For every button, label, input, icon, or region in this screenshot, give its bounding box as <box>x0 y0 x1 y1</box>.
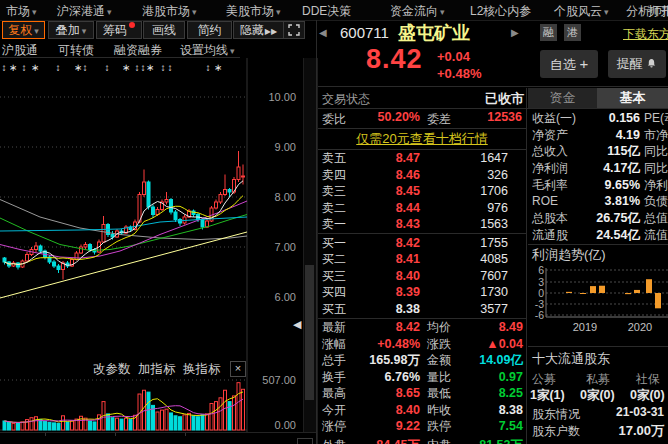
orderbook-volume: 326 <box>446 167 508 183</box>
candle-body <box>53 262 56 266</box>
candle-body <box>80 247 83 253</box>
event-marker-icon: ↕ <box>161 62 166 73</box>
toolbar-button-复权[interactable]: 复权▾ <box>2 21 45 39</box>
toolbar-button-隐藏[interactable]: 隐藏▶▶ <box>233 21 284 39</box>
indicator-button-1[interactable]: 改参数 <box>93 361 131 378</box>
volume-bar <box>215 402 218 430</box>
toolbar-button-简约[interactable]: 简约 <box>187 21 232 39</box>
panel-divider <box>316 20 317 444</box>
weicha-value: 12536 <box>462 110 522 124</box>
axis-tick <box>115 433 116 436</box>
stat-value: 81.53万 <box>466 437 523 444</box>
expand-button[interactable] <box>283 21 305 39</box>
double-arrow-icon: ▶▶ <box>265 27 277 36</box>
red-dot-icon <box>129 22 135 28</box>
close-icon: × <box>235 362 241 374</box>
bid-row-1: 买一8.421755 <box>318 235 526 252</box>
stat-label: 最新 <box>322 319 346 335</box>
orderbook-volume: 1730 <box>446 284 508 300</box>
menu-item-7[interactable]: L2核心内参 <box>470 3 531 20</box>
indicator-button-3[interactable]: 换指标 <box>183 361 221 378</box>
menu-item-4[interactable]: 美股市场▾ <box>226 3 281 20</box>
volume-bar <box>201 415 204 430</box>
stat-label: 今开 <box>322 402 346 418</box>
candle-body <box>39 246 42 251</box>
fundamental-label: ROE <box>532 193 558 209</box>
event-marker-icon: ↕ <box>168 62 173 73</box>
volume-bar <box>197 417 200 430</box>
profit-bar <box>590 286 596 293</box>
stat-label: 涨幅 <box>322 336 346 352</box>
expand-icon <box>288 24 300 36</box>
toolbar-button-label: 复权 <box>8 23 32 37</box>
stat-label: 金额 <box>427 352 451 368</box>
panel-divider <box>526 88 527 444</box>
prev-stock-arrow[interactable]: ◀ <box>319 27 327 38</box>
volume-bar <box>125 418 128 430</box>
menu-item-8[interactable]: 个股风云▾ <box>554 3 609 20</box>
volume-bar <box>206 414 209 430</box>
volume-bar <box>210 403 213 430</box>
toolbar-button-画线[interactable]: 画线 <box>143 21 185 39</box>
menu-item-label: 资金流向 <box>390 4 438 18</box>
volume-bar <box>66 422 69 430</box>
profit-ytick-label: -6 <box>535 309 544 321</box>
candle-body <box>165 200 168 203</box>
event-marker-icon: ∗ <box>74 62 82 73</box>
menu-item-6[interactable]: 资金流向▾ <box>390 3 445 20</box>
add-favorite-button[interactable]: 自选 + <box>540 50 598 78</box>
toolbar-button-筹码[interactable]: 筹码 <box>96 21 142 39</box>
price-change-pct: +0.48% <box>437 66 481 81</box>
bid-row-4: 买四8.391730 <box>318 284 526 301</box>
volume-bar <box>26 420 29 430</box>
stat-row-3: 总手165.98万金额14.09亿 <box>318 352 526 369</box>
price-axis-label: 10.00 <box>268 91 296 103</box>
axis-tick <box>45 433 46 436</box>
fundamental-row-1: 收益(一)0.156PE(动 <box>528 110 668 127</box>
event-marker-icon: ↕ <box>141 62 146 73</box>
badge-融: 融 <box>540 24 557 41</box>
menu-item-1[interactable]: 市场▾ <box>6 3 37 20</box>
fundamental-label-2: PE(动 <box>644 110 668 126</box>
scrollbar-thumb[interactable] <box>305 265 314 400</box>
stat-label: 均价 <box>427 319 451 335</box>
indicator-button-2[interactable]: 加指标 <box>138 361 176 378</box>
candle-body <box>57 266 60 270</box>
candle-body <box>228 190 231 193</box>
volume-bar <box>57 423 60 430</box>
holder-col-header: 私募 <box>586 371 610 388</box>
volume-bar <box>174 416 177 430</box>
close-indicator-button[interactable]: × <box>230 361 246 377</box>
level2-promo-link[interactable]: 仅需20元查看十档行情 <box>356 131 487 146</box>
candle-body <box>170 200 173 213</box>
fundamental-value: 0.156 <box>558 110 640 126</box>
fundamental-label-2: 净利率 <box>644 177 668 193</box>
menu-item-10[interactable]: 打开 <box>648 3 668 20</box>
volume-bar <box>12 423 15 430</box>
fundamental-label-2: 总值 <box>644 210 668 226</box>
candle-body <box>219 195 222 203</box>
stat-row-6: 今开8.40昨收8.38 <box>318 402 526 419</box>
volume-bar <box>30 418 33 430</box>
tab-basics[interactable]: 基本 <box>597 88 668 108</box>
stat-value: 165.98万 <box>358 352 420 368</box>
menu-item-3[interactable]: 港股市场▾ <box>142 3 197 20</box>
toolbar-button-叠加[interactable]: 叠加▾ <box>48 21 94 39</box>
chart-toolbar: 复权▾叠加▾筹码画线简约隐藏▶▶ <box>0 20 316 40</box>
candlestick-chart[interactable]: 10.009.008.007.006.00↕∗↕∗↕∗↕↕∗↕↕∗↕↕↕∗ <box>0 58 302 358</box>
candle-body <box>201 220 204 228</box>
holder-col-header: 社保 <box>636 371 660 388</box>
stat-label: 总手 <box>322 352 346 368</box>
menu-item-2[interactable]: 沪深港通▾ <box>57 3 112 20</box>
menu-item-5[interactable]: DDE决策 <box>302 3 351 20</box>
download-link[interactable]: 下载东方 <box>623 26 668 43</box>
last-price: 8.42 <box>366 44 423 75</box>
tab-funds[interactable]: 资金 <box>528 88 597 108</box>
fundamental-label-2: 同比 <box>644 160 668 176</box>
alert-button[interactable]: 提醒 <box>608 50 666 78</box>
volume-bar <box>48 422 51 430</box>
stat-label: 昨收 <box>427 402 451 418</box>
volume-bar <box>8 422 11 430</box>
pane-collapse-arrow[interactable]: ◀ <box>293 318 301 331</box>
next-stock-arrow[interactable]: ▶ <box>511 27 519 38</box>
